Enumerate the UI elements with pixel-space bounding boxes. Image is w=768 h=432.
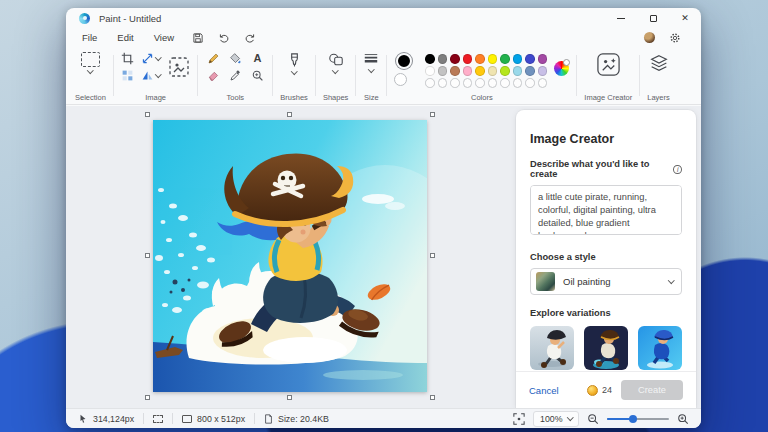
prompt-input[interactable]: a little cute pirate, running, colorful,… (530, 185, 682, 235)
resize-handle[interactable] (430, 395, 435, 400)
resize-handle[interactable] (287, 395, 292, 400)
cancel-button[interactable]: Cancel (529, 385, 559, 396)
color-swatch[interactable] (500, 54, 510, 64)
color-swatch[interactable] (475, 78, 485, 88)
color-swatch[interactable] (513, 54, 523, 64)
menu-file[interactable]: File (72, 30, 107, 45)
color-swatch[interactable] (463, 54, 473, 64)
zoom-in-icon[interactable] (677, 413, 689, 425)
color-swatch[interactable] (538, 54, 548, 64)
fit-to-window-icon[interactable] (513, 413, 525, 425)
redo-icon (244, 32, 256, 44)
color-swatch[interactable] (450, 78, 460, 88)
color-swatch[interactable] (525, 54, 535, 64)
background-color-swatch[interactable] (394, 73, 407, 86)
color-swatch[interactable] (525, 78, 535, 88)
remove-background-icon[interactable] (168, 56, 190, 78)
color-swatch[interactable] (475, 66, 485, 76)
group-label-tools: Tools (227, 94, 245, 102)
resize-handle[interactable] (145, 395, 150, 400)
resize-handle[interactable] (145, 253, 150, 258)
toolbar-ribbon: Selection (66, 47, 701, 105)
undo-button[interactable] (212, 32, 236, 44)
flip-icon (141, 69, 154, 82)
settings-gear-icon[interactable] (669, 32, 681, 44)
zoom-slider-thumb[interactable] (629, 415, 637, 423)
color-swatch[interactable] (438, 78, 448, 88)
info-icon[interactable]: i (673, 165, 682, 174)
color-swatch[interactable] (538, 78, 548, 88)
group-label-selection: Selection (75, 94, 106, 102)
variation-thumbnail-3[interactable] (638, 326, 682, 370)
resize-button[interactable] (141, 52, 161, 65)
color-swatch[interactable] (463, 66, 473, 76)
color-swatch[interactable] (538, 66, 548, 76)
color-swatch[interactable] (438, 54, 448, 64)
group-selection: Selection (68, 47, 113, 104)
group-label-image-creator: Image Creator (584, 94, 632, 102)
crop-icon[interactable] (121, 52, 134, 65)
style-dropdown[interactable]: Oil painting (530, 268, 682, 295)
color-swatch[interactable] (475, 54, 485, 64)
group-image: Image (114, 47, 198, 104)
eyedropper-icon[interactable] (229, 69, 242, 82)
resize-handle[interactable] (430, 253, 435, 258)
rotate-flip-button[interactable] (141, 69, 161, 82)
menu-edit[interactable]: Edit (107, 30, 143, 45)
chevron-down-icon (291, 68, 297, 74)
color-swatch[interactable] (425, 66, 435, 76)
cursor-position: 314,124px (78, 414, 134, 424)
color-swatch[interactable] (488, 78, 498, 88)
color-swatch[interactable] (450, 66, 460, 76)
create-button[interactable]: Create (621, 380, 683, 400)
fill-bucket-icon[interactable] (229, 52, 242, 65)
divider (143, 413, 144, 424)
color-swatch[interactable] (525, 66, 535, 76)
eraser-icon[interactable] (207, 69, 220, 82)
layers-icon[interactable] (648, 52, 670, 74)
zoom-level-dropdown[interactable]: 100% (533, 411, 579, 427)
text-tool-icon[interactable]: A (253, 53, 261, 64)
minimize-button[interactable] (605, 8, 637, 28)
minimize-icon (617, 18, 625, 19)
color-swatch[interactable] (513, 78, 523, 88)
color-swatch[interactable] (500, 66, 510, 76)
color-swatch[interactable] (438, 66, 448, 76)
credits-coin-icon (587, 385, 598, 396)
save-button[interactable] (186, 32, 210, 44)
color-swatch[interactable] (463, 78, 473, 88)
redo-button[interactable] (238, 32, 262, 44)
close-icon: ✕ (681, 13, 689, 23)
color-swatch[interactable] (513, 66, 523, 76)
close-button[interactable]: ✕ (669, 8, 701, 28)
resize-handle[interactable] (287, 112, 292, 117)
zoom-slider[interactable] (607, 418, 669, 420)
color-swatch[interactable] (425, 78, 435, 88)
cursor-position-value: 314,124px (93, 414, 134, 424)
magnifier-icon[interactable] (251, 69, 264, 82)
edit-colors-wheel-icon[interactable] (554, 61, 569, 76)
account-avatar[interactable] (644, 32, 655, 43)
image-creator-icon[interactable] (596, 52, 621, 77)
color-swatch[interactable] (488, 54, 498, 64)
foreground-color-swatch[interactable] (396, 53, 412, 69)
size-button[interactable] (363, 52, 379, 72)
pencil-icon[interactable] (207, 52, 220, 65)
maximize-button[interactable] (637, 8, 669, 28)
selection-tool-button[interactable] (81, 52, 100, 73)
drawing-canvas[interactable] (153, 120, 427, 392)
transparent-selection-icon[interactable] (121, 69, 134, 82)
color-swatch[interactable] (425, 54, 435, 64)
resize-handle[interactable] (145, 112, 150, 117)
zoom-out-icon[interactable] (587, 413, 599, 425)
shapes-button[interactable] (328, 52, 344, 73)
menu-view[interactable]: View (144, 30, 184, 45)
variation-thumbnail-2[interactable] (584, 326, 628, 370)
color-swatch[interactable] (500, 78, 510, 88)
color-swatch[interactable] (450, 54, 460, 64)
group-colors: Colors (387, 47, 576, 104)
variation-thumbnail-1[interactable] (530, 326, 574, 370)
resize-handle[interactable] (430, 112, 435, 117)
brushes-button[interactable] (287, 52, 302, 74)
color-swatch[interactable] (488, 66, 498, 76)
